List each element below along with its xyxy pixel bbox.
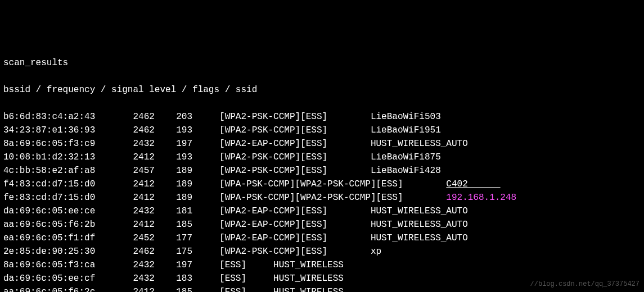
ssid: LieBaoWiFi951	[371, 124, 441, 137]
signal-level: 197	[176, 258, 219, 272]
flags: [WPA2-EAP-CCMP][ESS]	[219, 218, 371, 231]
frequency: 2457	[133, 164, 176, 177]
scan-result-row: 34:23:87:e1:36:93 2462 193 [WPA2-PSK-CCM…	[3, 124, 641, 137]
frequency: 2412	[133, 218, 176, 231]
ssid: LieBaoWiFi428	[371, 164, 441, 177]
signal-level: 183	[176, 272, 219, 285]
bssid: f4:83:cd:d7:15:d0	[3, 177, 133, 191]
ssid: HUST_WIRELESS	[273, 272, 344, 285]
bssid: aa:69:6c:05:f6:2c	[3, 285, 133, 292]
scan-result-row: da:69:6c:05:ee:ce 2432 181 [WPA2-EAP-CCM…	[3, 204, 641, 218]
ssid: xp	[371, 245, 381, 258]
frequency: 2412	[133, 177, 176, 191]
flags: [WPA2-PSK-CCMP][ESS]	[219, 124, 371, 137]
ssid: HUST_WIRELESS_AUTO	[371, 218, 468, 231]
signal-level: 193	[176, 124, 219, 137]
flags: [ESS]	[219, 272, 273, 285]
flags: [WPA-PSK-CCMP][WPA2-PSK-CCMP][ESS]	[219, 191, 446, 204]
flags: [WPA2-PSK-CCMP][ESS]	[219, 164, 371, 177]
signal-level: 189	[176, 177, 219, 191]
scan-result-row: 8a:69:6c:05:f3:c9 2432 197 [WPA2-EAP-CCM…	[3, 137, 641, 150]
flags: [ESS]	[219, 285, 273, 292]
frequency: 2412	[133, 285, 176, 292]
scan-result-row: 10:08:b1:d2:32:13 2412 193 [WPA2-PSK-CCM…	[3, 150, 641, 164]
scan-result-row: da:69:6c:05:ee:cf 2432 183 [ESS] HUST_WI…	[3, 272, 641, 285]
frequency: 2432	[133, 258, 176, 272]
bssid: 2e:85:de:90:25:30	[3, 245, 133, 258]
bssid: fe:83:cd:d7:15:d0	[3, 191, 133, 204]
scan-result-row: fe:83:cd:d7:15:d0 2412 189 [WPA-PSK-CCMP…	[3, 191, 641, 204]
signal-level: 193	[176, 150, 219, 164]
signal-level: 185	[176, 285, 219, 292]
signal-level: 203	[176, 110, 219, 124]
frequency: 2462	[133, 245, 176, 258]
flags: [ESS]	[219, 258, 273, 272]
signal-level: 175	[176, 245, 219, 258]
signal-level: 185	[176, 218, 219, 231]
ssid: HUST_WIRELESS	[273, 285, 344, 292]
signal-level: 181	[176, 204, 219, 218]
scan-result-row: ea:69:6c:05:f1:df 2452 177 [WPA2-EAP-CCM…	[3, 231, 641, 245]
frequency: 2452	[133, 231, 176, 245]
scan-result-row: 8a:69:6c:05:f3:ca 2432 197 [ESS] HUST_WI…	[3, 258, 641, 272]
frequency: 2462	[133, 124, 176, 137]
signal-level: 177	[176, 231, 219, 245]
scan-result-row: 2e:85:de:90:25:30 2462 175 [WPA2-PSK-CCM…	[3, 245, 641, 258]
ssid: HUST_WIRELESS_AUTO	[371, 137, 468, 150]
bssid: 34:23:87:e1:36:93	[3, 124, 133, 137]
scan-result-row: f4:83:cd:d7:15:d0 2412 189 [WPA-PSK-CCMP…	[3, 177, 641, 191]
scan-result-row: aa:69:6c:05:f6:2b 2412 185 [WPA2-EAP-CCM…	[3, 218, 641, 231]
signal-level: 189	[176, 191, 219, 204]
scan-results-table: b6:6d:83:c4:a2:43 2462 203 [WPA2-PSK-CCM…	[3, 110, 641, 292]
frequency: 2432	[133, 272, 176, 285]
frequency: 2432	[133, 204, 176, 218]
flags: [WPA2-PSK-CCMP][ESS]	[219, 245, 371, 258]
bssid: 10:08:b1:d2:32:13	[3, 150, 133, 164]
bssid: b6:6d:83:c4:a2:43	[3, 110, 133, 124]
frequency: 2412	[133, 191, 176, 204]
ssid: 192.168.1.248	[446, 191, 516, 204]
ssid: HUST_WIRELESS_AUTO	[371, 204, 468, 218]
ssid: HUST_WIRELESS	[273, 258, 344, 272]
bssid: 8a:69:6c:05:f3:ca	[3, 258, 133, 272]
ssid: HUST_WIRELESS_AUTO	[371, 231, 468, 245]
flags: [WPA2-PSK-CCMP][ESS]	[219, 150, 371, 164]
ssid: LieBaoWiFi503	[371, 110, 441, 124]
column-header: bssid / frequency / signal level / flags…	[3, 83, 641, 97]
bssid: ea:69:6c:05:f1:df	[3, 231, 133, 245]
flags: [WPA2-EAP-CCMP][ESS]	[219, 137, 371, 150]
frequency: 2462	[133, 110, 176, 124]
signal-level: 197	[176, 137, 219, 150]
ssid: LieBaoWiFi875	[371, 150, 441, 164]
signal-level: 189	[176, 164, 219, 177]
scan-result-row: b6:6d:83:c4:a2:43 2462 203 [WPA2-PSK-CCM…	[3, 110, 641, 124]
bssid: 4c:bb:58:e2:af:a8	[3, 164, 133, 177]
flags: [WPA2-EAP-CCMP][ESS]	[219, 231, 371, 245]
bssid: 8a:69:6c:05:f3:c9	[3, 137, 133, 150]
frequency: 2412	[133, 150, 176, 164]
scan-results-title: scan_results	[3, 56, 641, 70]
scan-result-row: aa:69:6c:05:f6:2c 2412 185 [ESS] HUST_WI…	[3, 285, 641, 292]
ssid: C402______	[446, 177, 500, 191]
frequency: 2432	[133, 137, 176, 150]
bssid: da:69:6c:05:ee:ce	[3, 204, 133, 218]
scan-result-row: 4c:bb:58:e2:af:a8 2457 189 [WPA2-PSK-CCM…	[3, 164, 641, 177]
flags: [WPA2-EAP-CCMP][ESS]	[219, 204, 371, 218]
bssid: aa:69:6c:05:f6:2b	[3, 218, 133, 231]
bssid: da:69:6c:05:ee:cf	[3, 272, 133, 285]
flags: [WPA2-PSK-CCMP][ESS]	[219, 110, 371, 124]
flags: [WPA-PSK-CCMP][WPA2-PSK-CCMP][ESS]	[219, 177, 446, 191]
